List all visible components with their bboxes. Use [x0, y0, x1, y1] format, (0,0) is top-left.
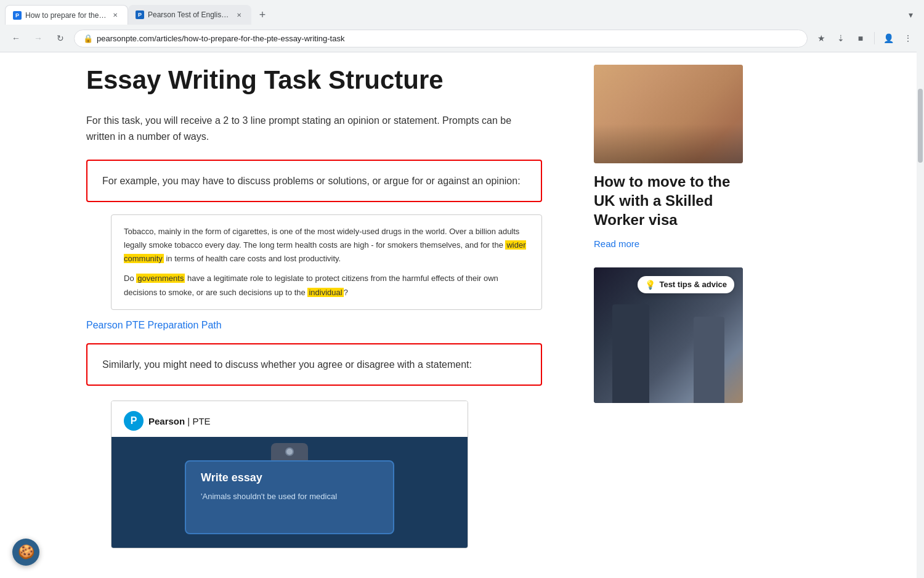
tab-2-title: Pearson Test of English Praci... — [148, 10, 230, 19]
tab-2[interactable]: P Pearson Test of English Praci... ✕ — [128, 5, 251, 25]
clipboard-container: Write essay 'Animals shouldn't be used f… — [111, 437, 468, 534]
new-tab-button[interactable]: + — [254, 6, 271, 23]
sidebar-article-title: How to move to the UK with a Skilled Wor… — [594, 172, 743, 230]
test-tips-badge: 💡 Test tips & advice — [638, 276, 734, 293]
highlight-box-2: Similarly, you might need to discuss whe… — [86, 343, 542, 386]
example-card: Tobacco, mainly in the form of cigarette… — [111, 214, 542, 309]
page-title: Essay Writing Task Structure — [86, 65, 542, 96]
sidebar-image-1 — [594, 65, 743, 163]
highlight-individual: individual — [307, 288, 343, 297]
prep-path-link[interactable]: Pearson PTE Preparation Path — [86, 320, 222, 331]
pearson-name: Pearson — [148, 416, 185, 426]
read-more-link[interactable]: Read more — [594, 238, 639, 249]
tab-1[interactable]: P How to prepare for the PTE e... ✕ — [5, 5, 128, 25]
example-para-2: Do governments have a legitimate role to… — [124, 272, 529, 299]
url-text: pearsonpte.com/articles/how-to-prepare-f… — [97, 34, 344, 43]
menu-icon[interactable]: ⋮ — [899, 30, 917, 47]
test-tips-label: Test tips & advice — [659, 280, 727, 289]
bookmark-icon[interactable]: ★ — [813, 30, 830, 47]
airport-image — [594, 65, 743, 163]
tab-2-close[interactable]: ✕ — [234, 10, 244, 20]
expand-tabs-button[interactable]: ▾ — [902, 6, 919, 23]
highlight-wider-community: wider community — [124, 240, 526, 263]
pearson-logo: P — [124, 411, 144, 431]
browser-chrome: P How to prepare for the PTE e... ✕ P Pe… — [0, 0, 924, 52]
highlight-governments: governments — [136, 274, 185, 283]
clipboard-clip-circle — [285, 447, 294, 456]
address-bar: ← → ↻ 🔒 pearsonpte.com/articles/how-to-p… — [0, 25, 924, 52]
cookie-settings-button[interactable]: 🍪 — [12, 539, 39, 566]
back-button[interactable]: ← — [7, 30, 25, 47]
sidebar-card-2: 💡 Test tips & advice — [594, 267, 743, 403]
clipboard-essay-title: Write essay — [201, 471, 378, 484]
tab-2-favicon: P — [136, 10, 144, 19]
pearson-card: P Pearson | PTE Write essay 'Animals sho… — [111, 401, 468, 548]
page-body: Essay Writing Task Structure For this ta… — [0, 52, 924, 573]
example-para-1: Tobacco, mainly in the form of cigarette… — [124, 225, 529, 266]
main-content: Essay Writing Task Structure For this ta… — [0, 52, 579, 573]
clipboard-board: Write essay 'Animals shouldn't be used f… — [185, 460, 394, 534]
clipboard-essay-text: 'Animals shouldn't be used for medical — [201, 490, 378, 503]
reload-button[interactable]: ↻ — [52, 30, 69, 47]
scrollbar[interactable] — [917, 52, 924, 573]
lock-icon: 🔒 — [83, 34, 93, 43]
scrollbar-thumb[interactable] — [918, 89, 923, 163]
forward-button[interactable]: → — [30, 30, 47, 47]
intro-text: For this task, you will receive a 2 to 3… — [86, 113, 542, 144]
clipboard-clip — [271, 443, 308, 460]
toolbar-divider — [874, 32, 875, 44]
highlight-box-1: For example, you may have to discuss pro… — [86, 160, 542, 203]
extensions-icon[interactable]: ■ — [852, 30, 869, 47]
tab-1-close[interactable]: ✕ — [110, 10, 120, 20]
pearson-card-header: P Pearson | PTE — [111, 401, 468, 437]
url-bar[interactable]: 🔒 pearsonpte.com/articles/how-to-prepare… — [74, 30, 808, 47]
pearson-card-body: Write essay 'Animals shouldn't be used f… — [111, 437, 468, 548]
highlight-text-1: For example, you may have to discuss pro… — [102, 173, 526, 189]
tab-1-title: How to prepare for the PTE e... — [25, 11, 107, 20]
toolbar-right: ★ ⇣ ■ 👤 ⋮ — [813, 30, 917, 47]
tab-1-favicon: P — [13, 11, 22, 20]
pearson-brand: Pearson | PTE — [148, 416, 211, 426]
cookie-icon: 🍪 — [18, 544, 34, 560]
highlight-text-2: Similarly, you might need to discuss whe… — [102, 357, 526, 373]
lightbulb-icon: 💡 — [645, 280, 655, 290]
tab-bar: P How to prepare for the PTE e... ✕ P Pe… — [0, 0, 924, 25]
profile-icon[interactable]: 👤 — [880, 30, 897, 47]
sidebar: How to move to the UK with a Skilled Wor… — [579, 52, 758, 573]
download-icon[interactable]: ⇣ — [832, 30, 849, 47]
